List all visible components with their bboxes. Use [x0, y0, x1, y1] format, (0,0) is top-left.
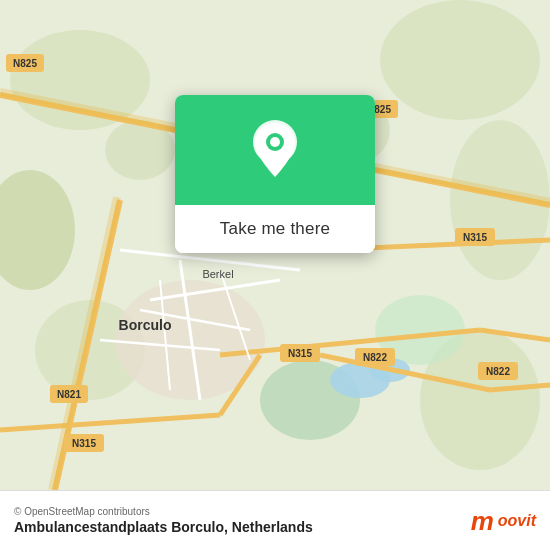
svg-text:N822: N822 [486, 366, 510, 377]
location-title: Ambulancestandplaats Borculo, Netherland… [14, 519, 313, 535]
svg-text:Berkel: Berkel [202, 268, 233, 280]
take-me-there-button[interactable]: Take me there [191, 219, 359, 239]
moovit-rest-text: oovit [498, 512, 536, 530]
footer-info: © OpenStreetMap contributors Ambulancest… [14, 506, 313, 535]
popup-card-header [175, 95, 375, 205]
location-pin-icon [250, 120, 300, 180]
svg-point-53 [270, 137, 280, 147]
copyright-text: © OpenStreetMap contributors [14, 506, 313, 517]
svg-text:Borculo: Borculo [119, 317, 172, 333]
svg-text:N821: N821 [57, 389, 81, 400]
svg-text:N315: N315 [72, 438, 96, 449]
map-container: N825 N825 N821 N315 N315 N315 N822 N822 … [0, 0, 550, 490]
popup-card-body: Take me there [175, 205, 375, 253]
svg-text:N825: N825 [13, 58, 37, 69]
moovit-logo: m oovit [471, 508, 536, 534]
svg-text:N822: N822 [363, 352, 387, 363]
svg-point-2 [380, 0, 540, 120]
moovit-m-letter: m [471, 508, 494, 534]
footer-bar: © OpenStreetMap contributors Ambulancest… [0, 490, 550, 550]
popup-card: Take me there [175, 95, 375, 253]
svg-text:N315: N315 [288, 348, 312, 359]
svg-text:N315: N315 [463, 232, 487, 243]
